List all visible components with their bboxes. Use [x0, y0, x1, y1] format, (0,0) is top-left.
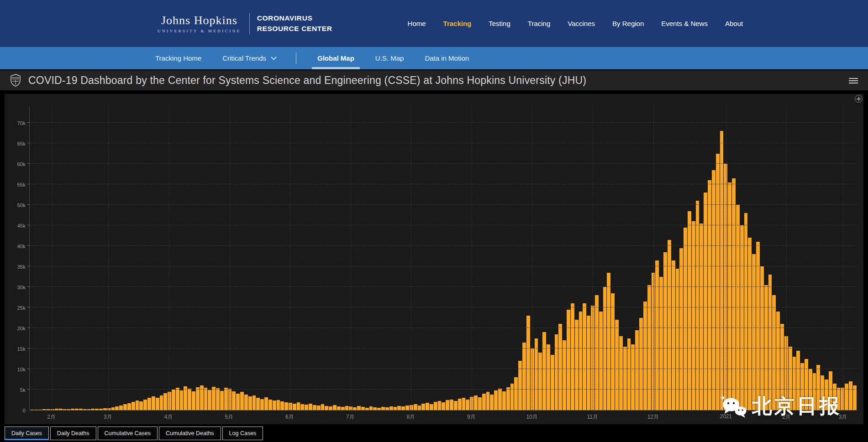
subnav-item-critical-trends[interactable]: Critical Trends — [222, 47, 275, 69]
h-gridline — [30, 328, 857, 328]
site-title: CORONAVIRUS RESOURCE CENTER — [257, 13, 332, 34]
y-tick-label: 65k — [17, 141, 26, 146]
v-gridline — [290, 107, 290, 410]
daily-cases-bar — [696, 201, 700, 410]
daily-cases-bar — [740, 225, 744, 410]
v-gridline — [169, 107, 169, 410]
daily-cases-bar — [253, 395, 256, 410]
h-gridline — [30, 184, 857, 184]
daily-cases-bar — [260, 399, 264, 410]
h-gridline — [30, 286, 857, 287]
daily-cases-bar — [474, 395, 478, 410]
daily-cases-bar — [430, 404, 433, 411]
brand-logo[interactable]: Johns Hopkins UNIVERSITY & MEDICINE CORO… — [158, 13, 332, 34]
subnav-item-data-in-motion[interactable]: Data in Motion — [425, 47, 469, 69]
daily-cases-bar — [514, 377, 518, 410]
v-gridline — [108, 107, 109, 410]
daily-cases-bar — [309, 404, 312, 410]
subnav-item-u-s-map[interactable]: U.S. Map — [375, 47, 404, 69]
h-gridline — [30, 369, 857, 369]
nav-item-by-region[interactable]: By Region — [612, 20, 644, 27]
daily-cases-bar — [59, 409, 63, 410]
v-gridline — [52, 107, 53, 410]
daily-cases-bar — [305, 405, 308, 410]
daily-cases-bar — [635, 330, 639, 411]
daily-cases-bar — [639, 318, 643, 411]
v-gridline — [726, 107, 726, 410]
wechat-icon — [720, 395, 747, 418]
y-tick-label: 15k — [17, 346, 26, 352]
nav-item-home[interactable]: Home — [408, 20, 426, 27]
daily-cases-bar — [277, 400, 280, 411]
pan-move-icon[interactable] — [855, 95, 863, 103]
daily-cases-bar — [42, 409, 46, 410]
daily-cases-bar — [414, 404, 417, 410]
tab-log-cases[interactable]: Log Cases — [222, 426, 263, 440]
daily-cases-bar — [394, 407, 397, 410]
daily-cases-bar — [728, 182, 731, 411]
dashboard-titlebar: COVID-19 Dashboard by the Center for Sys… — [0, 69, 868, 90]
daily-cases-bar — [369, 406, 373, 410]
daily-cases-bar — [458, 399, 462, 410]
daily-cases-bar — [55, 409, 58, 410]
tab-daily-cases[interactable]: Daily Cases — [5, 426, 49, 440]
x-tick-label: 10月 — [526, 413, 537, 421]
daily-cases-bar — [313, 405, 316, 410]
daily-cases-bar — [317, 406, 321, 410]
daily-cases-bar — [655, 260, 659, 411]
daily-cases-bar — [438, 401, 442, 410]
daily-cases-bar — [147, 398, 151, 410]
daily-cases-bar — [768, 275, 772, 410]
daily-cases-bar — [357, 406, 361, 410]
daily-cases-bar — [542, 332, 546, 410]
y-tick-label: 25k — [17, 305, 26, 311]
daily-cases-bar — [123, 404, 127, 410]
dashboard-title: COVID-19 Dashboard by the Center for Sys… — [28, 74, 586, 87]
daily-cases-bar — [216, 388, 220, 410]
v-gridline — [472, 107, 472, 410]
daily-cases-bar — [248, 396, 252, 410]
daily-cases-bar — [160, 395, 163, 410]
tab-cumulative-cases[interactable]: Cumulative Cases — [98, 426, 158, 440]
bar-series — [31, 107, 857, 410]
daily-cases-bar — [115, 406, 119, 410]
primary-nav: HomeTrackingTestingTracingVaccinesBy Reg… — [408, 20, 743, 27]
watermark-text: 北京日报 — [752, 393, 842, 420]
nav-item-tracking[interactable]: Tracking — [443, 20, 472, 27]
nav-item-about[interactable]: About — [725, 20, 743, 27]
h-gridline — [30, 163, 857, 164]
nav-item-tracing[interactable]: Tracing — [528, 20, 550, 27]
tab-cumulative-deaths[interactable]: Cumulative Deaths — [159, 426, 221, 440]
daily-cases-bar — [756, 242, 760, 410]
daily-cases-bar — [615, 320, 619, 410]
brand-divider — [249, 13, 250, 34]
v-gridline — [593, 107, 593, 410]
nav-item-testing[interactable]: Testing — [489, 20, 510, 27]
daily-cases-bar — [365, 408, 369, 410]
daily-cases-bar — [232, 391, 236, 410]
daily-cases-bar — [127, 403, 131, 410]
y-tick-label: 55k — [17, 182, 26, 187]
tab-daily-deaths[interactable]: Daily Deaths — [50, 426, 96, 440]
daily-cases-bar — [643, 302, 647, 411]
nav-item-events-news[interactable]: Events & News — [661, 20, 708, 27]
x-tick-label: 2月 — [47, 413, 56, 421]
daily-cases-bar — [156, 398, 159, 410]
v-gridline — [230, 107, 230, 410]
chart-panel: 05k10k15k20k25k30k35k40k45k50k55k60k65k7… — [5, 94, 863, 424]
daily-cases-bar — [486, 392, 490, 410]
nav-item-vaccines[interactable]: Vaccines — [568, 20, 595, 27]
jhu-logo-name: Johns Hopkins — [158, 14, 241, 27]
daily-cases-bar — [583, 303, 586, 410]
daily-cases-bar — [397, 406, 401, 410]
subnav-item-tracking-home[interactable]: Tracking Home — [155, 47, 201, 69]
v-gridline — [411, 107, 411, 410]
plot-area[interactable] — [29, 107, 857, 411]
daily-cases-bar — [136, 400, 139, 410]
menu-hamburger-icon[interactable] — [849, 77, 858, 85]
daily-cases-bar — [31, 410, 34, 410]
tracking-subnav: Tracking HomeCritical TrendsGlobal MapU.… — [0, 47, 868, 69]
daily-cases-bar — [99, 409, 103, 410]
subnav-item-global-map[interactable]: Global Map — [317, 47, 354, 69]
daily-cases-bar — [91, 409, 95, 410]
